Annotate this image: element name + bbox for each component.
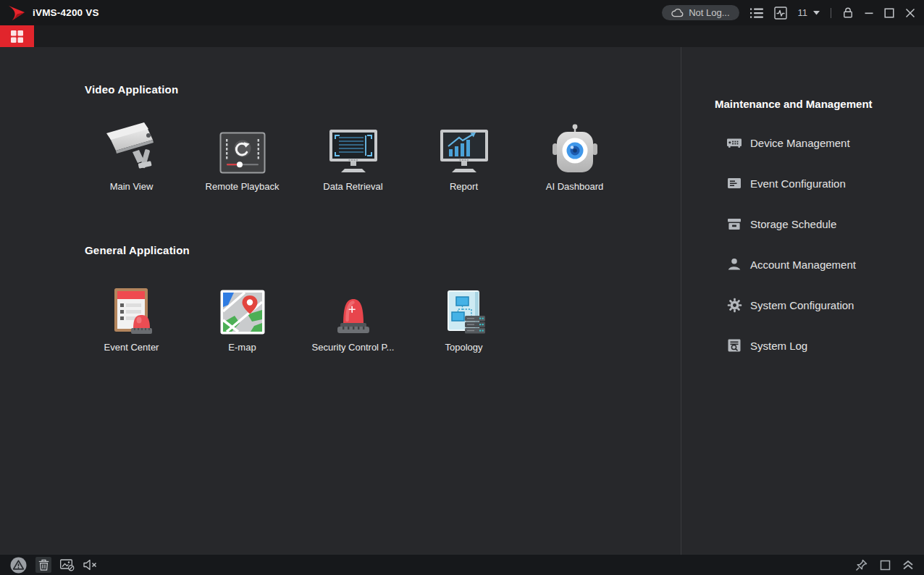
- app-main-view[interactable]: Main View: [76, 107, 187, 193]
- mute-icon[interactable]: [83, 559, 97, 571]
- panel-item-device-management[interactable]: Device Management: [681, 122, 924, 163]
- panel-item-label: Device Management: [750, 137, 850, 149]
- general-application-heading: General Application: [85, 244, 681, 256]
- panel-item-storage-schedule[interactable]: Storage Schedule: [681, 203, 924, 244]
- app-label: Data Retrieval: [323, 181, 382, 192]
- panel-item-label: Account Management: [750, 259, 856, 271]
- caret-down-icon: [813, 11, 820, 15]
- grid-icon: [10, 30, 24, 43]
- app-label: E-map: [228, 342, 256, 353]
- siren-icon: [334, 268, 373, 335]
- app-title: iVMS-4200 VS: [33, 7, 99, 18]
- cctv-camera-icon: [101, 107, 163, 174]
- gear-icon: [726, 297, 742, 313]
- cloud-icon: [671, 8, 684, 17]
- window-icon[interactable]: [880, 560, 891, 571]
- pulse-monitor-icon[interactable]: [774, 7, 787, 20]
- app-e-map[interactable]: E-map: [187, 268, 298, 353]
- app-label: Event Center: [104, 342, 159, 353]
- titlebar-separator: [831, 8, 831, 18]
- status-bar: [0, 555, 924, 575]
- app-report[interactable]: Report: [408, 107, 519, 193]
- maintenance-panel: Maintenance and Management Devi: [681, 47, 924, 555]
- app-topology[interactable]: Topology: [408, 268, 519, 353]
- video-application-heading: Video Application: [85, 83, 681, 96]
- list-icon[interactable]: [750, 7, 763, 19]
- collapse-up-icon[interactable]: [902, 560, 914, 570]
- panel-item-label: System Log: [750, 340, 807, 352]
- app-label: Security Control P...: [312, 342, 395, 353]
- video-application-row: Main View: [76, 107, 681, 193]
- maximize-button[interactable]: [884, 8, 894, 18]
- titlebar: iVMS-4200 VS Not Log...: [0, 0, 924, 25]
- app-label: Remote Playback: [206, 181, 280, 192]
- app-logo-icon: [7, 4, 26, 22]
- panel-item-system-configuration[interactable]: System Configuration: [681, 285, 924, 325]
- panel-item-label: Event Configuration: [750, 177, 846, 190]
- app-data-retrieval[interactable]: Data Retrieval: [298, 107, 408, 193]
- app-security-control-panel[interactable]: Security Control P...: [298, 268, 408, 353]
- storage-box-icon: [726, 216, 742, 232]
- trash-icon[interactable]: [35, 557, 51, 573]
- panel-item-event-configuration[interactable]: Event Configuration: [681, 163, 924, 203]
- main-content: Video Application Ma: [0, 47, 681, 555]
- tab-home[interactable]: [0, 25, 34, 47]
- event-config-icon: [726, 175, 742, 191]
- login-status-button[interactable]: Not Log...: [662, 5, 739, 20]
- app-remote-playback[interactable]: Remote Playback: [187, 107, 298, 193]
- maintenance-heading: Maintenance and Management: [715, 98, 924, 110]
- app-label: Main View: [110, 181, 154, 192]
- app-label: Report: [450, 181, 478, 192]
- panel-item-label: System Configuration: [750, 299, 854, 311]
- topology-icon: [441, 268, 487, 335]
- app-label: AI Dashboard: [546, 181, 604, 192]
- map-pin-icon: [220, 268, 265, 335]
- lock-icon[interactable]: [842, 7, 854, 19]
- close-button[interactable]: [905, 8, 915, 18]
- panel-item-system-log[interactable]: System Log: [681, 325, 924, 366]
- image-off-icon[interactable]: [60, 559, 75, 571]
- data-monitor-icon: [329, 107, 378, 174]
- report-chart-icon: [440, 107, 489, 174]
- log-search-icon: [726, 337, 742, 353]
- playback-icon: [219, 107, 266, 174]
- robot-icon: [551, 107, 599, 174]
- minimize-button[interactable]: [865, 7, 873, 19]
- panel-item-account-management[interactable]: Account Management: [681, 244, 924, 285]
- window-count-dropdown[interactable]: 11: [798, 7, 820, 18]
- user-icon: [726, 256, 742, 272]
- panel-item-label: Storage Schedule: [750, 218, 836, 230]
- app-label: Topology: [445, 342, 482, 353]
- general-application-row: Event Center: [76, 268, 681, 353]
- app-event-center[interactable]: Event Center: [76, 268, 187, 353]
- login-status-label: Not Log...: [689, 7, 729, 18]
- alarm-icon[interactable]: [10, 557, 27, 574]
- app-ai-dashboard[interactable]: AI Dashboard: [519, 107, 630, 193]
- pin-icon[interactable]: [854, 558, 868, 572]
- clipboard-siren-icon: [109, 268, 154, 335]
- device-icon: [726, 135, 742, 151]
- tab-bar: [0, 25, 924, 47]
- window-count-value: 11: [798, 7, 808, 18]
